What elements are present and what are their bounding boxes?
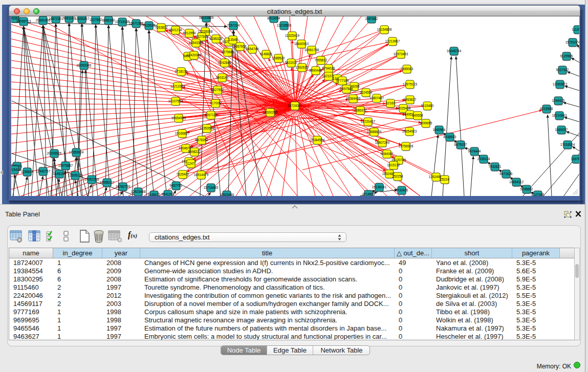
svg-text:16782759: 16782759 [116,185,130,188]
svg-text:7663822: 7663822 [155,26,168,29]
svg-text:18724007: 18724007 [288,104,302,107]
svg-text:12353594: 12353594 [200,126,214,130]
svg-text:16961758: 16961758 [304,48,319,52]
svg-text:6794028: 6794028 [322,67,335,70]
svg-text:9699695: 9699695 [420,121,432,125]
svg-text:8215958: 8215958 [540,107,553,111]
svg-text:1156819: 1156819 [21,170,34,173]
svg-text:1569297: 1569297 [555,128,568,132]
svg-text:2803144: 2803144 [216,76,229,79]
svg-text:17016504: 17016504 [560,143,575,146]
svg-text:7515526: 7515526 [143,24,156,27]
svg-text:19166827: 19166827 [175,132,190,135]
svg-text:10107553: 10107553 [168,99,183,103]
svg-text:20206526: 20206526 [47,151,62,155]
svg-text:62160: 62160 [386,101,395,105]
svg-text:10958107: 10958107 [100,181,115,184]
svg-text:6466160: 6466160 [102,18,115,22]
svg-text:22420046: 22420046 [187,53,202,57]
svg-text:3267110: 3267110 [205,113,217,117]
svg-text:16914479: 16914479 [194,173,209,177]
svg-text:9245072: 9245072 [148,193,161,196]
svg-text:8813054: 8813054 [268,16,280,20]
svg-text:12213389: 12213389 [170,84,185,88]
svg-text:2087682: 2087682 [365,17,378,20]
svg-text:9981163: 9981163 [63,16,76,20]
svg-text:7955812: 7955812 [315,58,328,62]
svg-text:10973493: 10973493 [394,52,408,56]
svg-text:17957255: 17957255 [84,178,99,181]
svg-text:9146821: 9146821 [260,52,273,56]
svg-text:17359924: 17359924 [69,150,84,154]
svg-text:18300295: 18300295 [263,111,278,114]
svg-text:8427552: 8427552 [211,88,224,92]
svg-text:116753: 116753 [571,157,579,161]
svg-text:10975887: 10975887 [58,164,73,167]
svg-text:9084067: 9084067 [381,152,394,156]
svg-text:9245652: 9245652 [520,187,533,191]
svg-text:9242848: 9242848 [219,61,231,64]
svg-text:11325419: 11325419 [285,34,299,37]
svg-text:5498222: 5498222 [188,150,201,154]
svg-text:9115460: 9115460 [421,104,434,107]
svg-text:9457791: 9457791 [170,184,183,187]
svg-text:18807249: 18807249 [375,141,390,144]
svg-text:1640954: 1640954 [433,128,446,132]
svg-text:10807487: 10807487 [369,96,384,100]
svg-text:16648784: 16648784 [447,49,462,53]
svg-text:1112061: 1112061 [572,28,579,31]
svg-text:1624554: 1624554 [360,91,373,94]
svg-text:12975115: 12975115 [403,82,417,86]
svg-text:8471626: 8471626 [500,172,513,176]
svg-text:10025438: 10025438 [396,106,411,110]
svg-text:12093872: 12093872 [553,82,568,86]
svg-text:5822037: 5822037 [285,61,298,64]
svg-text:2718176: 2718176 [175,70,188,73]
svg-text:16543382: 16543382 [189,41,204,45]
svg-text:10655267: 10655267 [75,17,90,20]
svg-text:2667608: 2667608 [234,45,247,48]
svg-text:7632621: 7632621 [489,165,502,168]
svg-text:3915411: 3915411 [11,168,21,171]
svg-text:7714503: 7714503 [362,192,375,196]
svg-text:7386372: 7386372 [354,108,367,112]
svg-text:1733426: 1733426 [396,188,408,192]
svg-text:10719185: 10719185 [115,20,130,24]
svg-text:9327505: 9327505 [195,35,208,38]
svg-text:19055713: 19055713 [16,19,31,23]
svg-text:8186328: 8186328 [210,37,223,40]
svg-text:13546: 13546 [228,38,237,41]
svg-text:25224: 25224 [440,178,449,181]
svg-text:15716485: 15716485 [204,186,219,189]
svg-text:6497568: 6497568 [340,87,353,91]
svg-text:13218506: 13218506 [277,24,292,27]
svg-text:8841203: 8841203 [162,192,175,196]
svg-text:1527602: 1527602 [90,18,102,21]
svg-text:8878352: 8878352 [195,138,208,142]
svg-text:6479197: 6479197 [454,143,467,146]
svg-text:16872301: 16872301 [49,17,63,20]
svg-text:252254: 252254 [392,174,403,178]
svg-text:16154808: 16154808 [377,28,392,31]
svg-text:15751074: 15751074 [565,40,579,44]
svg-text:7357224: 7357224 [227,24,240,27]
svg-text:417006: 417006 [210,101,221,105]
svg-text:9474444: 9474444 [468,149,481,153]
svg-text:1244415: 1244415 [552,99,565,102]
svg-text:849554: 849554 [412,114,423,117]
svg-text:7485063: 7485063 [401,67,413,71]
svg-text:16210643: 16210643 [552,114,567,117]
svg-text:8601214: 8601214 [169,28,182,32]
svg-text:12213967: 12213967 [385,39,400,43]
svg-text:10688609: 10688609 [367,130,382,134]
svg-text:2935114: 2935114 [477,157,490,161]
svg-text:15136141: 15136141 [372,185,387,189]
svg-text:9463627: 9463627 [404,98,417,101]
svg-text:3375685: 3375685 [222,50,234,54]
svg-text:16671385: 16671385 [129,21,144,25]
svg-text:9777169: 9777169 [336,79,349,82]
svg-text:8127345: 8127345 [532,193,545,196]
svg-text:10654112: 10654112 [509,180,524,184]
svg-text:7625402: 7625402 [177,172,189,176]
svg-text:19384554: 19384554 [310,138,325,142]
